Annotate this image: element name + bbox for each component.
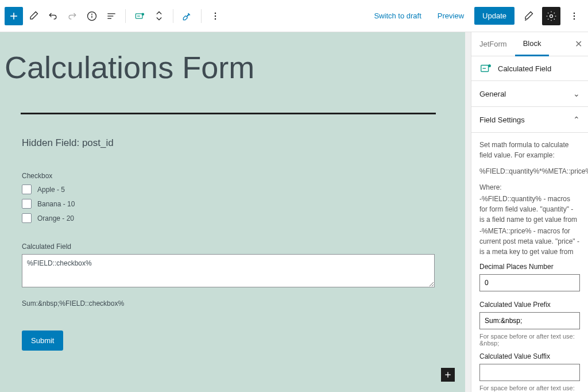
tab-jetform[interactable]: JetForm [471,32,515,56]
block-header: Calculated Field [471,56,588,81]
redo-button[interactable] [63,7,82,25]
panel-general[interactable]: General ⌄ [471,81,588,107]
checkbox-input[interactable] [22,185,32,194]
calculated-field-icon [479,62,492,75]
help-field-macro: -%FIELD::quantity% - macros for form fie… [479,194,580,225]
update-button[interactable]: Update [474,7,514,25]
svg-point-20 [489,65,491,67]
preview-button[interactable]: Preview [432,8,470,24]
panel-field-settings[interactable]: Field Settings ⌃ [471,107,588,133]
suffix-input[interactable] [479,364,580,381]
calculated-preview: Sum:&nbsp;%FIELD::checkbox% [22,299,435,308]
svg-point-4 [92,14,92,14]
help-example: %FIELD::quantity%*%META::price% [479,166,580,176]
svg-point-16 [574,18,575,20]
page-title[interactable]: Calculations Form [5,32,452,102]
add-block-button[interactable] [5,7,23,25]
svg-point-15 [574,15,575,17]
help-meta-macro: -%META::price% - macros for current post… [479,226,580,257]
calculated-field-label[interactable]: Calculated Field [22,243,435,251]
checkbox-field-label[interactable]: Checkbox [22,172,435,180]
move-block-buttons[interactable] [150,7,168,25]
svg-point-14 [574,12,575,14]
help-where: Where: [479,182,580,193]
toolbar-divider [173,9,173,23]
settings-button[interactable] [542,7,560,25]
settings-sidebar: JetForm Block ✕ Calculated Field General… [471,32,588,392]
checkbox-option-label: Apple - 5 [37,186,65,194]
separator-block[interactable] [21,113,436,114]
svg-point-12 [215,18,216,20]
checkbox-list: Apple - 5 Banana - 10 Orange - 20 [22,185,435,223]
calculated-field-textarea[interactable]: %FIELD::checkbox% [22,254,435,287]
decimal-places-input[interactable] [479,274,580,291]
suffix-help: For space before or after text use: &nbs… [479,385,580,392]
prefix-label: Calculated Value Prefix [479,301,580,309]
panel-field-settings-body: Set math formula to calculate field valu… [471,133,588,392]
editor-content: Calculations Form Hidden Field: post_id … [0,32,457,392]
sidebar-tabs: JetForm Block ✕ [471,32,588,56]
form-section: Hidden Field: post_id Checkbox Apple - 5… [5,137,452,351]
edit-mode-button[interactable] [24,7,42,25]
undo-button[interactable] [44,7,62,25]
svg-point-9 [142,13,144,15]
close-sidebar-button[interactable]: ✕ [569,32,588,56]
jet-styles-button[interactable] [519,7,537,25]
scrollbar-gutter [465,32,471,392]
svg-point-13 [550,14,553,17]
more-options-button[interactable] [206,7,225,25]
prefix-help: For space before or after text use: &nbs… [479,333,580,347]
main-layout: Calculations Form Hidden Field: post_id … [0,32,588,392]
chevron-up-icon: ⌃ [573,115,580,124]
chevron-down-icon: ⌄ [573,89,580,98]
checkbox-input[interactable] [22,199,32,209]
toolbar-divider [201,9,202,23]
details-button[interactable] [83,7,101,25]
hidden-field-block[interactable]: Hidden Field: post_id [22,137,435,149]
top-toolbar: Switch to draft Preview Update [0,0,588,32]
checkbox-row: Banana - 10 [22,199,435,209]
checkbox-option-label: Orange - 20 [37,214,74,222]
editor-canvas[interactable]: Calculations Form Hidden Field: post_id … [0,32,465,392]
toolbar-divider [125,9,126,23]
decimal-places-label: Decimal Places Number [479,263,580,271]
checkbox-option-label: Banana - 10 [37,200,75,208]
checkbox-row: Orange - 20 [22,213,435,223]
block-name: Calculated Field [498,64,551,73]
block-type-button[interactable] [130,7,149,25]
checkbox-input[interactable] [22,213,32,223]
svg-point-10 [215,12,216,14]
inline-add-block-button[interactable] [441,368,455,382]
submit-button[interactable]: Submit [22,330,63,351]
switch-to-draft-button[interactable]: Switch to draft [368,8,427,24]
checkbox-row: Apple - 5 [22,185,435,194]
more-menu-button[interactable] [565,7,583,25]
toolbar-right: Switch to draft Preview Update [368,7,583,25]
wrench-button[interactable] [178,7,196,25]
svg-point-11 [215,15,216,17]
toolbar-left [5,7,225,25]
suffix-label: Calculated Value Suffix [479,352,580,360]
tab-block[interactable]: Block [515,32,550,56]
outline-button[interactable] [102,7,121,25]
prefix-input[interactable] [479,312,580,329]
help-intro: Set math formula to calculate field valu… [479,140,580,160]
